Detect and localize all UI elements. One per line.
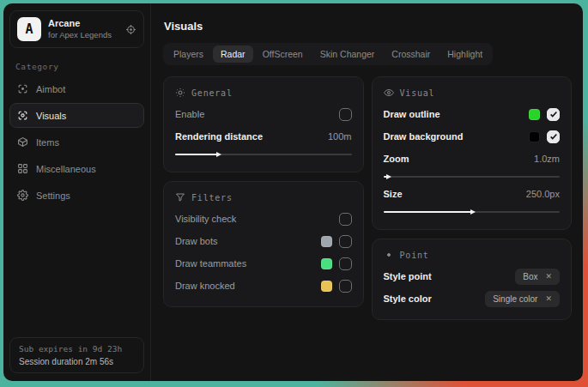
draw-teammates-color-swatch[interactable] <box>321 258 332 269</box>
size-value: 250.0px <box>526 189 560 199</box>
draw-background-label: Draw background <box>384 131 464 142</box>
size-label: Size <box>384 189 403 199</box>
sidebar-item-label: Miscellaneous <box>36 164 96 174</box>
category-label: Category <box>15 62 150 71</box>
style-color-label: Style color <box>384 293 432 304</box>
visual-card: Visual Draw outline Draw background <box>372 76 573 230</box>
draw-knocked-label: Draw knocked <box>175 281 235 291</box>
main-panel: Visuals Players Radar OffScreen Skin Cha… <box>151 3 583 381</box>
draw-knocked-checkbox[interactable] <box>339 280 352 293</box>
general-card: General Enable Rendering distance 100m <box>163 76 364 172</box>
size-slider[interactable] <box>384 211 561 213</box>
sidebar-item-aimbot[interactable]: Aimbot <box>9 76 144 101</box>
zoom-label: Zoom <box>384 154 409 164</box>
session-duration-text: Session duration 2m 56s <box>19 357 135 366</box>
sidebar-item-label: Aimbot <box>36 84 65 94</box>
tab-offscreen[interactable]: OffScreen <box>255 45 311 63</box>
app-subtitle: for Apex Legends <box>48 31 118 40</box>
page-title: Visuals <box>164 20 572 33</box>
tab-radar[interactable]: Radar <box>213 45 253 63</box>
sidebar: A Arcane for Apex Legends Category <box>3 3 151 381</box>
draw-teammates-checkbox[interactable] <box>339 257 352 270</box>
grid-icon <box>17 163 28 174</box>
section-title: Visual <box>400 88 435 98</box>
sidebar-item-label: Settings <box>36 190 70 201</box>
sidebar-item-visuals[interactable]: Visuals <box>9 103 144 128</box>
app-logo: A <box>17 17 41 41</box>
app-title: Arcane <box>48 18 118 29</box>
session-info-box: Sub expires in 9d 23h Session duration 2… <box>9 337 144 373</box>
sidebar-nav: Aimbot Visuals Items <box>3 76 150 208</box>
slider-fill <box>175 154 217 155</box>
app-names: Arcane for Apex Legends <box>48 18 118 40</box>
draw-teammates-label: Draw teammates <box>175 258 246 269</box>
sun-icon <box>175 88 185 98</box>
point-card: Point Style point Box ✕ Style color Sing… <box>372 239 573 320</box>
filters-card: Filters Visibility check Draw bots <box>163 181 364 307</box>
section-title: Filters <box>191 193 233 203</box>
tab-players[interactable]: Players <box>166 45 211 63</box>
target-icon[interactable] <box>125 24 136 35</box>
close-icon[interactable]: ✕ <box>545 294 552 303</box>
draw-outline-color-swatch[interactable] <box>529 109 540 120</box>
scan-eye-icon <box>17 110 28 121</box>
draw-knocked-color-swatch[interactable] <box>321 281 332 292</box>
tab-skin-changer[interactable]: Skin Changer <box>312 45 383 63</box>
draw-bots-color-swatch[interactable] <box>321 236 332 247</box>
section-title: General <box>191 88 233 98</box>
app-header: A Arcane for Apex Legends <box>9 10 144 48</box>
box-icon <box>17 136 28 148</box>
zoom-value: 1.0zm <box>534 154 560 164</box>
draw-outline-checkbox[interactable] <box>547 108 560 121</box>
tab-bar: Players Radar OffScreen Skin Changer Cro… <box>163 43 493 65</box>
sidebar-item-items[interactable]: Items <box>9 130 144 154</box>
app-window: A Arcane for Apex Legends Category <box>3 3 583 381</box>
funnel-icon <box>175 192 185 203</box>
rendering-distance-value: 100m <box>328 131 352 142</box>
tab-crosshair[interactable]: Crosshair <box>384 45 438 63</box>
crosshair-icon <box>17 83 28 94</box>
sidebar-item-settings[interactable]: Settings <box>9 183 144 208</box>
visibility-check-label: Visibility check <box>175 214 236 224</box>
enable-checkbox[interactable] <box>339 108 352 121</box>
draw-bots-label: Draw bots <box>175 236 218 246</box>
eye-icon <box>384 88 394 98</box>
tab-highlight[interactable]: Highlight <box>439 45 490 63</box>
dot-icon <box>384 250 394 260</box>
draw-bots-checkbox[interactable] <box>339 235 352 248</box>
close-icon[interactable]: ✕ <box>545 272 552 281</box>
style-point-chip[interactable]: Box ✕ <box>515 269 560 285</box>
rendering-distance-slider[interactable] <box>175 154 352 155</box>
slider-fill <box>384 211 472 213</box>
draw-background-checkbox[interactable] <box>547 130 560 143</box>
draw-outline-label: Draw outline <box>384 109 440 119</box>
sidebar-item-label: Visuals <box>36 111 66 121</box>
style-color-chip[interactable]: Single color ✕ <box>485 291 560 307</box>
chip-label: Box <box>523 272 537 281</box>
section-title: Point <box>400 251 429 260</box>
sidebar-item-label: Items <box>36 137 59 148</box>
slider-fill <box>384 176 387 178</box>
zoom-slider[interactable] <box>384 176 561 178</box>
gear-icon <box>17 190 28 201</box>
enable-label: Enable <box>175 109 204 119</box>
sidebar-item-miscellaneous[interactable]: Miscellaneous <box>9 156 144 181</box>
chip-label: Single color <box>493 294 537 304</box>
draw-background-color-swatch[interactable] <box>529 131 540 142</box>
sub-expires-text: Sub expires in 9d 23h <box>19 344 135 354</box>
visibility-check-checkbox[interactable] <box>339 213 352 226</box>
style-point-label: Style point <box>384 271 432 281</box>
rendering-distance-label: Rendering distance <box>175 131 263 142</box>
